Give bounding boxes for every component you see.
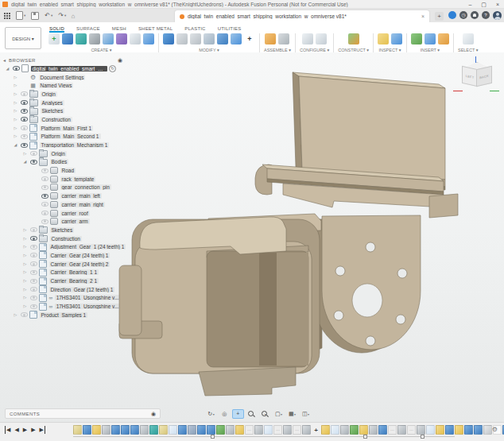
disclosure-triangle-icon[interactable] (22, 236, 28, 242)
redo-icon[interactable]: ↷▾ (58, 12, 66, 20)
visibility-eye-icon[interactable] (41, 219, 48, 224)
chamfer-icon[interactable] (190, 33, 201, 44)
browser-item[interactable]: Carrier_Bearing_2 1 (3, 277, 145, 285)
disclosure-triangle-icon[interactable] (22, 227, 28, 233)
close-button[interactable]: × (496, 1, 499, 8)
timeline-marker[interactable] (211, 435, 215, 439)
browser-item[interactable]: Transportation_Mechanism 1 (3, 141, 145, 149)
timeline-feature-icon[interactable] (436, 425, 444, 435)
visibility-eye-icon[interactable] (21, 126, 28, 130)
step-back-button[interactable]: ◀ (14, 426, 18, 434)
visibility-eye-icon[interactable] (30, 304, 37, 309)
timeline-feature-icon[interactable] (417, 425, 425, 435)
disclosure-triangle-icon[interactable] (22, 151, 28, 157)
browser-item[interactable]: Origin (3, 90, 145, 99)
fit-icon[interactable]: ▾ (259, 409, 271, 419)
disclosure-triangle-icon[interactable] (22, 287, 28, 292)
browser-item[interactable]: rack_template (3, 175, 145, 184)
timeline-feature-icon[interactable] (197, 425, 206, 435)
save-icon[interactable] (31, 12, 39, 20)
go-to-end-button[interactable]: ▶ (40, 426, 45, 434)
timeline-marker[interactable] (421, 435, 425, 439)
visibility-eye-icon[interactable] (41, 202, 48, 207)
undo-icon[interactable]: ↶▾ (45, 12, 52, 20)
sweep-icon[interactable] (76, 33, 87, 44)
timeline-feature-icon[interactable] (359, 425, 368, 435)
ribbon-tab[interactable]: MESH (112, 26, 126, 33)
workspace-selector-button[interactable]: DESIGN ▾ (5, 27, 41, 49)
timeline-feature-icon[interactable] (226, 425, 235, 435)
notifications-bell-icon[interactable] (471, 11, 479, 19)
timeline-feature-icon[interactable] (321, 425, 330, 435)
document-tab[interactable]: digital_twin_enabled_smart_shipping_work… (175, 10, 429, 22)
timeline-feature-icon[interactable] (188, 425, 196, 435)
ribbon-tab[interactable]: SURFACE (76, 26, 100, 33)
timeline-feature-icon[interactable] (140, 425, 149, 435)
browser-item[interactable]: 17HS3401_Usongshine v... (3, 294, 145, 303)
visibility-eye-icon[interactable] (30, 160, 37, 164)
visibility-eye-icon[interactable] (30, 253, 37, 257)
split-body-icon[interactable] (231, 33, 242, 44)
timeline-feature-icon[interactable] (73, 425, 82, 435)
new-tab-button[interactable]: + (435, 12, 444, 21)
visibility-eye-icon[interactable] (30, 279, 37, 284)
display-settings-icon[interactable]: ▢ ▾ (273, 409, 285, 419)
visibility-eye-icon[interactable] (21, 134, 28, 139)
browser-item[interactable]: Carrier_Gear (24 teeth) 2 (3, 260, 145, 269)
timeline-feature-icon[interactable] (283, 425, 292, 435)
form-icon[interactable] (116, 33, 127, 44)
comments-bar[interactable]: COMMENTS ◉ (5, 408, 161, 419)
visibility-eye-icon[interactable] (21, 312, 28, 317)
timeline-feature-icon[interactable] (121, 425, 130, 435)
browser-item[interactable]: carrier_roof (3, 209, 145, 218)
fillet-icon[interactable] (176, 33, 188, 44)
document-tab-close-icon[interactable]: × (421, 14, 425, 19)
timeline-feature-icon[interactable] (178, 425, 187, 435)
disclosure-triangle-icon[interactable] (22, 244, 28, 250)
browser-options-icon[interactable]: ◉ (118, 57, 122, 64)
disclosure-triangle-icon[interactable] (22, 278, 28, 284)
disclosure-triangle-icon[interactable] (13, 100, 18, 106)
visibility-eye-icon[interactable] (13, 66, 20, 71)
browser-item[interactable]: Construction (3, 234, 145, 243)
visibility-eye-icon[interactable] (30, 151, 37, 156)
ribbon-tab[interactable]: SHEET METAL (138, 26, 173, 33)
timeline-feature-icon[interactable]: ⋯ (407, 425, 416, 435)
look-at-icon[interactable]: ◎ (219, 409, 231, 419)
browser-item[interactable]: Adjustment_Gear_1 (24 teeth) 1 (3, 242, 145, 251)
web-icon[interactable] (130, 33, 141, 44)
disclosure-triangle-icon[interactable] (13, 142, 18, 148)
disclosure-triangle-icon[interactable] (13, 91, 18, 97)
timeline-marker[interactable] (363, 435, 367, 439)
visibility-eye-icon[interactable] (30, 236, 37, 241)
timeline-feature-icon[interactable] (235, 425, 244, 435)
disclosure-triangle-icon[interactable] (22, 253, 28, 258)
timeline-feature-icon[interactable] (169, 425, 177, 435)
disclosure-triangle-icon[interactable] (22, 261, 28, 267)
browser-item[interactable]: gear_connection_pin (3, 184, 145, 192)
visibility-eye-icon[interactable] (30, 296, 37, 300)
disclosure-triangle-icon[interactable] (13, 312, 18, 318)
browser-item[interactable]: carrier_main_right (3, 200, 145, 209)
joint-icon[interactable] (278, 33, 289, 44)
visibility-eye-icon[interactable] (41, 176, 48, 181)
browser-item[interactable]: Analyses (3, 99, 145, 107)
browser-item[interactable]: Product_Samples 1 (3, 311, 145, 319)
box-icon[interactable] (62, 33, 73, 44)
viewport-canvas[interactable]: LEFT BACK ◂ BROWSER ◉ digital_twin_enabl… (0, 52, 504, 422)
ribbon-tab[interactable]: PLASTIC (184, 26, 205, 33)
disclosure-triangle-icon[interactable] (5, 66, 10, 72)
disclosure-triangle-icon[interactable] (13, 126, 18, 131)
visibility-eye-icon[interactable] (41, 194, 48, 199)
ribbon-tab[interactable]: UTILITIES (218, 26, 242, 33)
sphere-icon[interactable] (89, 33, 100, 44)
timeline-feature-icon[interactable] (464, 425, 473, 435)
timeline-feature-icon[interactable] (149, 425, 158, 435)
visibility-eye-icon[interactable] (30, 245, 37, 250)
create-sketch-icon[interactable]: + (48, 33, 60, 44)
timeline-feature-icon[interactable] (216, 425, 225, 435)
disclosure-triangle-icon[interactable] (22, 159, 28, 164)
browser-item[interactable]: 17HS3401_Usongshine v... (3, 302, 145, 311)
timeline-feature-icon[interactable]: ⋯ (293, 425, 301, 435)
visibility-eye-icon[interactable] (41, 168, 48, 173)
